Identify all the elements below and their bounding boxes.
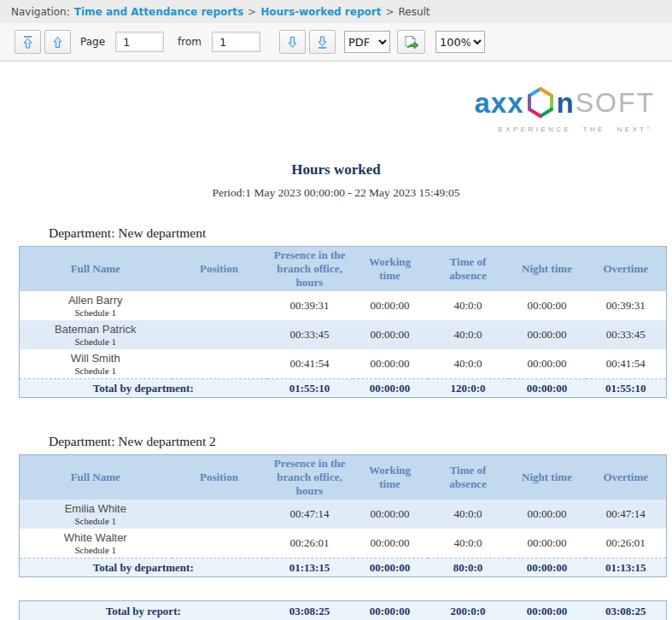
arrow-up-to-bar-icon — [21, 35, 34, 50]
table-header-row: Full Name Position Presence in the branc… — [20, 455, 667, 500]
cell-overtime: 00:33:45 — [586, 320, 667, 349]
employee-name: Bateman Patrick — [23, 322, 168, 336]
logo-text-axx: axx — [474, 89, 523, 117]
table-row: Allen Barry Schedule 1 00:39:31 00:00:00… — [20, 291, 667, 320]
table-row: Bateman Patrick Schedule 1 00:33:45 00:0… — [20, 320, 667, 349]
cell-working-time: 00:00:00 — [353, 320, 428, 349]
cell-overtime: 00:47:14 — [586, 500, 667, 529]
total-working-time: 00:00:00 — [353, 379, 428, 398]
cell-night-time: 00:00:00 — [509, 500, 586, 529]
column-header-full-name: Full Name — [20, 455, 172, 500]
cell-working-time: 00:00:00 — [353, 349, 428, 379]
report-total-row: Total by report: 03:08:25 00:00:00 200:0… — [20, 601, 667, 620]
employee-cell: Will Smith Schedule 1 — [20, 349, 172, 379]
total-presence: 01:13:15 — [267, 559, 353, 577]
breadcrumb-link-hours-worked[interactable]: Hours-worked report — [260, 6, 381, 18]
employee-cell: Emilia White Schedule 1 — [20, 500, 172, 529]
cell-time-of-absence: 40:0:0 — [428, 349, 509, 379]
first-page-button[interactable] — [15, 30, 41, 54]
total-label: Total by department: — [20, 559, 267, 577]
department-table-2: Full Name Position Presence in the branc… — [19, 454, 667, 577]
department-total-row: Total by department: 01:55:10 00:00:00 1… — [20, 379, 667, 398]
cell-presence: 00:39:31 — [267, 291, 353, 320]
cell-time-of-absence: 40:0:0 — [428, 500, 509, 529]
arrow-up-icon — [51, 35, 64, 50]
column-header-time-of-absence: Time of absence — [428, 247, 509, 292]
previous-page-button[interactable] — [44, 30, 71, 54]
cell-night-time: 00:00:00 — [509, 349, 586, 379]
cell-presence: 00:47:14 — [267, 500, 353, 529]
total-time-of-absence: 120:0:0 — [428, 379, 509, 398]
total-pages-input[interactable] — [212, 32, 260, 52]
column-header-night-time: Night time — [509, 247, 586, 292]
page-title: Hours worked — [0, 161, 672, 178]
cell-presence: 00:26:01 — [267, 529, 353, 559]
logo-text-n: n — [557, 89, 574, 117]
next-page-button[interactable] — [279, 30, 306, 54]
column-header-position: Position — [172, 455, 267, 500]
total-working-time: 00:00:00 — [353, 559, 428, 577]
employee-schedule: Schedule 1 — [23, 366, 168, 377]
department-table-1: Full Name Position Presence in the branc… — [19, 246, 667, 398]
breadcrumb-current: Result — [398, 6, 429, 18]
table-row: Emilia White Schedule 1 00:47:14 00:00:0… — [20, 500, 667, 529]
logo-text-soft: SOFT — [576, 89, 655, 116]
employee-cell: Allen Barry Schedule 1 — [20, 291, 172, 320]
column-header-overtime: Overtime — [586, 455, 667, 500]
cell-working-time: 00:00:00 — [353, 529, 428, 559]
employee-name: Will Smith — [23, 351, 168, 366]
axxon-hexagon-icon — [525, 85, 556, 120]
total-time-of-absence: 80:0:0 — [428, 559, 509, 577]
report-total-time-of-absence: 200:0:0 — [428, 601, 509, 620]
breadcrumb-link-time-attendance[interactable]: Time and Attendance reports — [74, 6, 243, 18]
breadcrumb-separator: > — [385, 6, 394, 18]
report-period: Period:1 May 2023 00:00:00 - 22 May 2023… — [0, 186, 672, 200]
export-button[interactable] — [397, 30, 425, 54]
page-number-input[interactable] — [115, 32, 164, 52]
arrow-down-to-bar-icon — [316, 35, 329, 50]
table-row: White Walter Schedule 1 00:26:01 00:00:0… — [20, 529, 667, 559]
export-file-icon — [403, 35, 419, 50]
cell-presence: 00:41:54 — [267, 349, 353, 379]
cell-night-time: 00:00:00 — [509, 529, 586, 559]
from-label: from — [178, 36, 202, 48]
report-body: axx n SOFT EXPERIENCE THE NEXT° Hours wo… — [0, 61, 672, 620]
employee-name: Emilia White — [23, 501, 168, 516]
employee-schedule: Schedule 1 — [23, 307, 168, 319]
column-header-presence: Presence in the branch office, hours — [267, 455, 353, 500]
report-total-overtime: 03:08:25 — [586, 601, 667, 620]
employee-schedule: Schedule 1 — [23, 336, 168, 348]
cell-time-of-absence: 40:0:0 — [428, 320, 509, 349]
report-total-label: Total by report: — [20, 601, 267, 620]
cell-working-time: 00:00:00 — [353, 291, 428, 320]
total-presence: 01:55:10 — [267, 379, 353, 398]
last-page-button[interactable] — [309, 30, 336, 54]
total-overtime: 01:55:10 — [586, 379, 667, 398]
cell-position — [172, 291, 267, 320]
report-toolbar: Page from PDF 100% — [0, 23, 672, 61]
breadcrumb-separator: > — [248, 6, 256, 18]
zoom-level-select[interactable]: 100% — [435, 31, 485, 53]
table-header-row: Full Name Position Presence in the branc… — [20, 247, 667, 292]
employee-name: Allen Barry — [23, 293, 168, 307]
cell-night-time: 00:00:00 — [509, 291, 586, 320]
report-total-presence: 03:08:25 — [267, 601, 353, 620]
page-label: Page — [80, 36, 105, 48]
cell-position — [172, 349, 267, 379]
department-label-1: Department: New department — [49, 225, 672, 241]
total-overtime: 01:13:15 — [586, 559, 667, 577]
employee-cell: White Walter Schedule 1 — [20, 529, 172, 559]
cell-time-of-absence: 40:0:0 — [428, 529, 509, 559]
report-total-table: Total by report: 03:08:25 00:00:00 200:0… — [19, 600, 667, 620]
table-row: Will Smith Schedule 1 00:41:54 00:00:00 … — [20, 349, 667, 379]
cell-overtime: 00:41:54 — [586, 349, 667, 379]
cell-night-time: 00:00:00 — [509, 320, 586, 349]
column-header-working-time: Working time — [353, 455, 428, 500]
arrow-down-icon — [286, 35, 299, 50]
export-format-select[interactable]: PDF — [344, 31, 390, 53]
cell-position — [172, 500, 267, 529]
employee-schedule: Schedule 1 — [23, 545, 168, 556]
column-header-working-time: Working time — [353, 247, 428, 292]
column-header-presence: Presence in the branch office, hours — [267, 247, 353, 292]
cell-time-of-absence: 40:0:0 — [428, 291, 509, 320]
